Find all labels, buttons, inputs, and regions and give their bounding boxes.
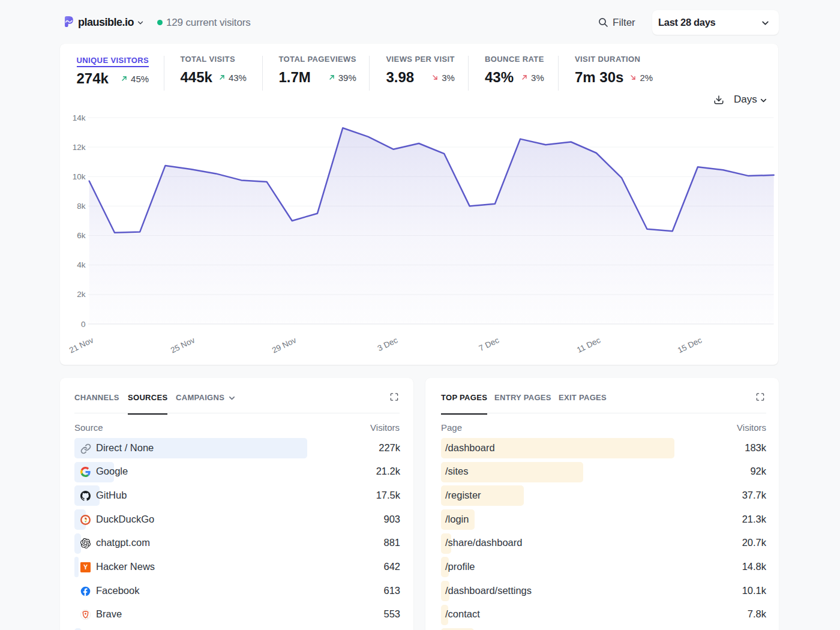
svg-text:29 Nov: 29 Nov bbox=[271, 335, 298, 355]
svg-text:2k: 2k bbox=[77, 290, 86, 299]
svg-text:6k: 6k bbox=[77, 231, 86, 240]
svg-text:14k: 14k bbox=[73, 113, 86, 122]
svg-text:8k: 8k bbox=[77, 202, 86, 211]
svg-text:Y: Y bbox=[83, 563, 88, 571]
svg-text:7 Dec: 7 Dec bbox=[478, 335, 500, 353]
svg-text:3 Dec: 3 Dec bbox=[376, 335, 399, 353]
svg-text:25 Nov: 25 Nov bbox=[169, 335, 196, 355]
svg-text:0: 0 bbox=[81, 320, 86, 329]
svg-text:10k: 10k bbox=[73, 172, 86, 181]
svg-text:21 Nov: 21 Nov bbox=[68, 335, 95, 355]
svg-text:4k: 4k bbox=[77, 260, 86, 269]
svg-text:15 Dec: 15 Dec bbox=[676, 335, 703, 355]
svg-text:11 Dec: 11 Dec bbox=[575, 335, 602, 355]
svg-text:12k: 12k bbox=[73, 143, 86, 152]
